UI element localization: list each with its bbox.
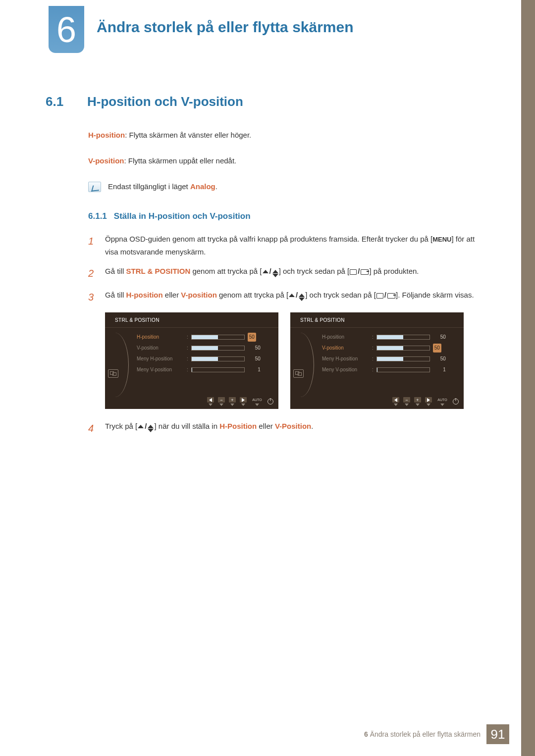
osd-item-label: Meny V-position [322, 366, 369, 374]
osd-item-value: 50 [248, 355, 261, 363]
slash-icon-4: / [384, 289, 386, 302]
osd-colon: : [187, 344, 188, 352]
subsection-title: Ställa in H-position och V-position [114, 209, 251, 223]
subsection-heading: 6.1.1 Ställa in H-position och V-positio… [88, 209, 485, 223]
s3-post: ]. Följande skärm visas. [396, 291, 474, 299]
osd-auto-button-2: AUTO [436, 397, 449, 406]
footer-text: 6 Ändra storlek på eller flytta skärmen [364, 730, 486, 738]
osd-item: H-position:50 [137, 332, 273, 343]
section-heading: 6.1 H-position och V-position [46, 94, 485, 109]
osd-item: Meny V-position:1 [137, 364, 273, 375]
osd-slider [191, 335, 245, 340]
osd-bottom-right: − + AUTO [290, 395, 464, 409]
note-mode: Analog [190, 182, 215, 191]
osd-item: Meny H-position:50 [137, 353, 273, 364]
osd-item-value: 1 [433, 366, 446, 374]
osd-title-right: STRL & POSITION [290, 312, 464, 328]
slash-icon: / [269, 265, 271, 278]
osd-slider [191, 346, 245, 351]
enter-icon [350, 269, 357, 275]
osd-item-label: Meny H-position [137, 355, 184, 363]
osd-item-label: Meny H-position [322, 355, 369, 363]
s4-v: V-Position [275, 422, 311, 430]
osd-item: Meny V-position:1 [322, 364, 459, 375]
osd-item-value: 50 [248, 333, 256, 342]
osd-colon: : [187, 366, 188, 374]
osd-item-value: 50 [433, 344, 441, 353]
osd-plus-button-2: + [414, 397, 421, 406]
page-number: 91 [486, 724, 509, 744]
s4-or: eller [257, 422, 275, 430]
chapter-number: 6 [56, 12, 76, 48]
s2-mid2: ] och tryck sedan på [ [279, 267, 350, 275]
step-2: 2 Gå till STRL & POSITION genom att tryc… [88, 265, 485, 282]
osd-items-right: H-position:50V-position:50Meny H-positio… [322, 332, 459, 375]
osd-colon: : [372, 355, 374, 363]
note-text: Endast tillgängligt i läget Analog. [108, 181, 217, 193]
osd-power-icon [268, 399, 273, 404]
osd-item-value: 50 [433, 333, 446, 341]
osd-item-value: 50 [248, 344, 261, 352]
osd-bottom-left: − + AUTO [105, 395, 278, 409]
enter-icon-2 [376, 293, 383, 299]
s2-mid: genom att trycka på [ [190, 267, 262, 275]
osd-slider [376, 346, 430, 351]
slash-icon-5: / [145, 420, 147, 433]
osd-colon: : [187, 355, 188, 363]
osd-auto-button: AUTO [251, 397, 264, 406]
osd-item-label: Meny V-position [137, 366, 184, 374]
osd-power-icon-2 [453, 399, 459, 404]
osd-item-value: 1 [248, 366, 261, 374]
note-post: . [215, 182, 217, 191]
section-title: H-position och V-position [87, 94, 243, 109]
osd-plus-button: + [229, 397, 236, 406]
osd-item: V-position:50 [322, 343, 459, 353]
s4-h: H-Position [219, 422, 257, 430]
osd-slider [191, 356, 245, 361]
v-label: V-position [88, 156, 124, 165]
osd-panel-right: STRL & POSITION H-position:50V-position:… [290, 312, 464, 409]
side-stripe [521, 0, 535, 756]
source-icon [361, 269, 369, 275]
osd-curve-left [114, 333, 129, 397]
osd-slider [376, 356, 430, 361]
osd-colon: : [372, 366, 374, 374]
osd-item-label: V-position [137, 344, 184, 352]
osd-slider [376, 367, 430, 372]
s3-mid: genom att trycka på [ [217, 291, 288, 299]
osd-position-icon [108, 369, 118, 378]
footer-prefix: 6 [364, 730, 370, 738]
osd-play-button [240, 397, 247, 406]
step-num-1: 1 [88, 233, 96, 258]
slash-icon-2: / [358, 265, 360, 278]
osd-curve-right [299, 333, 314, 397]
body-text: H-position: Flytta skärmen åt vänster el… [88, 129, 485, 437]
v-description: V-position: Flytta skärmen uppåt eller n… [88, 155, 485, 167]
h-label: H-position [88, 131, 125, 139]
osd-item-value: 50 [433, 355, 446, 363]
osd-title-left: STRL & POSITION [105, 312, 278, 328]
osd-play-button-2 [425, 397, 432, 406]
note-icon [88, 182, 101, 192]
h-description: H-position: Flytta skärmen åt vänster el… [88, 129, 485, 141]
osd-item: V-position:50 [137, 343, 273, 353]
s3-mid2: ] och tryck sedan på [ [305, 291, 376, 299]
step-3: 3 Gå till H-position eller V-position ge… [88, 289, 485, 305]
step-num-3: 3 [88, 289, 96, 305]
osd-item: Meny H-position:50 [322, 353, 459, 364]
step-num-2: 2 [88, 265, 96, 282]
chapter-title: Ändra storlek på eller flytta skärmen [97, 19, 354, 36]
osd-item-label: V-position [322, 344, 369, 352]
osd-position-icon-2 [293, 369, 304, 378]
source-icon-2 [387, 293, 395, 299]
s2-pre: Gå till [105, 267, 126, 275]
osd-colon: : [187, 333, 188, 341]
osd-item-label: H-position [137, 333, 184, 341]
osd-minus-button-2: − [403, 397, 410, 406]
s4-pre: Tryck på [ [105, 422, 137, 430]
osd-colon: : [372, 344, 374, 352]
steps-list-2: 4 Tryck på [/] när du vill ställa in H-P… [88, 420, 485, 437]
section-number: 6.1 [46, 94, 79, 109]
osd-minus-button: − [218, 397, 225, 406]
v-text: : Flytta skärmen uppåt eller nedåt. [124, 156, 237, 165]
